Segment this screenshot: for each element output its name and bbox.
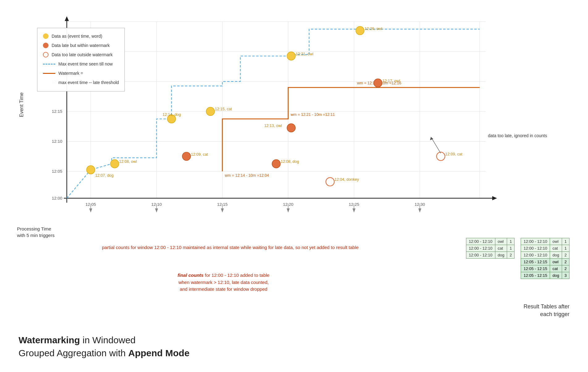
y-axis-label: Event Time — [19, 92, 24, 117]
svg-text:12:21, owl: 12:21, owl — [296, 52, 313, 56]
svg-point-51 — [374, 79, 382, 87]
table-row: 12:05 - 12:15 cat 2 — [521, 265, 569, 272]
table-cell: owl — [550, 238, 562, 245]
svg-line-57 — [432, 138, 441, 153]
svg-text:12:09, cat: 12:09, cat — [445, 152, 463, 156]
title-area: Watermarking in Windowed Grouped Aggrega… — [19, 334, 190, 360]
svg-text:12:07, dog: 12:07, dog — [95, 173, 113, 178]
table-cell: 1 — [507, 238, 514, 245]
table-cell: 1 — [562, 238, 569, 245]
svg-marker-60 — [89, 209, 92, 213]
result-table-1: 12:00 - 12:10 owl 1 12:00 - 12:10 cat 1 … — [466, 238, 515, 259]
svg-text:12:14, dog: 12:14, dog — [162, 112, 181, 117]
legend-item-normal: Data as (event time, word) — [43, 32, 119, 40]
legend-icon-outline — [43, 52, 48, 57]
legend-icon-yellow — [43, 33, 48, 39]
svg-text:12:13, owl: 12:13, owl — [264, 124, 282, 128]
table-cell: cat — [550, 265, 562, 272]
legend-label-max-event: Max event time seen till now — [58, 60, 113, 68]
svg-point-47 — [272, 160, 280, 168]
table-row: 12:00 - 12:10 dog 2 — [466, 252, 514, 259]
table-cell: cat — [550, 245, 562, 252]
svg-text:12:05: 12:05 — [52, 169, 62, 174]
svg-marker-17 — [492, 196, 497, 201]
table-cell: 12:00 - 12:10 — [521, 238, 550, 245]
table-cell: 2 — [562, 252, 569, 259]
legend-icon-solid — [43, 73, 55, 74]
table-cell: owl — [495, 238, 507, 245]
svg-text:12:15: 12:15 — [52, 109, 62, 114]
main-container: Event Time Processing Timewith 5 min tri… — [0, 0, 588, 372]
final-counts-annotation: final counts for 12:00 - 12:10 added to … — [178, 272, 270, 293]
table-cell: 12:00 - 12:10 — [521, 245, 550, 252]
svg-point-39 — [206, 107, 215, 116]
svg-marker-15 — [65, 16, 69, 21]
svg-marker-70 — [418, 209, 422, 213]
table-cell: 1 — [562, 245, 569, 252]
partial-counts-annotation: partial counts for window 12:00 - 12:10 … — [102, 244, 359, 251]
table-cell: 12:00 - 12:10 — [466, 245, 495, 252]
table-cell: 12:05 - 12:15 — [521, 272, 550, 279]
table-cell: 2 — [562, 259, 569, 265]
table-cell: 12:00 - 12:10 — [466, 238, 495, 245]
table1: 12:00 - 12:10 owl 1 12:00 - 12:10 cat 1 … — [466, 238, 515, 259]
legend-box: Data as (event time, word) Data late but… — [37, 28, 125, 91]
table-cell: 3 — [562, 272, 569, 279]
result-tables-label: Result Tables after each trigger — [523, 303, 569, 318]
table-cell: 1 — [507, 245, 514, 252]
table-row: 12:00 - 12:10 owl 1 — [521, 238, 569, 245]
legend-label-too-late: Data too late outside watermark — [52, 50, 113, 59]
svg-text:12:00: 12:00 — [52, 196, 62, 201]
table-row: 12:00 - 12:10 dog 2 — [521, 252, 569, 259]
table-row: 12:05 - 12:15 owl 2 — [521, 259, 569, 265]
svg-point-33 — [86, 166, 95, 174]
data-too-late-annotation: data too late, ignored in counts — [488, 133, 547, 139]
svg-marker-68 — [352, 209, 355, 213]
svg-marker-64 — [221, 209, 224, 213]
svg-point-41 — [287, 52, 295, 60]
table-cell: cat — [495, 245, 507, 252]
table-cell: owl — [550, 259, 562, 265]
svg-text:12:04, donkey: 12:04, donkey — [334, 177, 359, 182]
table-cell: 2 — [507, 252, 514, 259]
svg-point-53 — [326, 178, 334, 186]
svg-text:wm = 12:21 - 10m =12:11: wm = 12:21 - 10m =12:11 — [290, 112, 335, 117]
svg-point-43 — [356, 27, 364, 35]
svg-text:12:15, cat: 12:15, cat — [215, 107, 232, 111]
table-cell: 12:00 - 12:10 — [466, 252, 495, 259]
table-row: 12:00 - 12:10 cat 1 — [521, 245, 569, 252]
svg-marker-62 — [155, 209, 158, 213]
svg-text:12:10: 12:10 — [52, 139, 62, 144]
final-counts-bold: final counts — [178, 273, 204, 278]
table-cell: 12:05 - 12:15 — [521, 265, 550, 272]
legend-icon-dashed — [43, 64, 55, 65]
table-cell: dog — [550, 272, 562, 279]
table-row: 12:00 - 12:10 cat 1 — [466, 245, 514, 252]
table-cell: 12:00 - 12:10 — [521, 252, 550, 259]
legend-label-watermark-line2: max event time -- late threshold — [58, 78, 119, 87]
table-cell: 2 — [562, 265, 569, 272]
legend-label-late: Data late but within watermark — [52, 41, 110, 50]
svg-text:12:08, owl: 12:08, owl — [119, 159, 137, 164]
table-cell: dog — [550, 252, 562, 259]
table-cell: dog — [495, 252, 507, 259]
x-axis-label-text: Processing Timewith 5 min triggers — [17, 226, 55, 238]
svg-text:12:26, owl: 12:26, owl — [364, 27, 382, 31]
svg-marker-66 — [287, 209, 290, 213]
table-cell: 12:05 - 12:15 — [521, 259, 550, 265]
table-row: 12:05 - 12:15 dog 3 — [521, 272, 569, 279]
svg-point-45 — [182, 152, 191, 160]
x-axis-label: Processing Timewith 5 min triggers — [17, 226, 55, 239]
svg-point-55 — [437, 152, 445, 160]
table2: 12:00 - 12:10 owl 1 12:00 - 12:10 cat 1 … — [521, 238, 569, 279]
svg-text:wm = 12:14 - 10m =12:04: wm = 12:14 - 10m =12:04 — [225, 173, 269, 178]
legend-label-watermark-line1: Watermark = — [58, 69, 83, 78]
main-title: Watermarking in Windowed Grouped Aggrega… — [19, 334, 190, 360]
result-tables-area: 12:00 - 12:10 owl 1 12:00 - 12:10 cat 1 … — [466, 238, 569, 279]
legend-item-watermark: Watermark = — [43, 69, 119, 78]
svg-text:12:09, cat: 12:09, cat — [191, 152, 208, 157]
svg-point-49 — [287, 124, 295, 132]
svg-point-35 — [111, 160, 119, 168]
svg-text:12:08, dog: 12:08, dog — [281, 159, 299, 164]
legend-item-late: Data late but within watermark — [43, 41, 119, 50]
